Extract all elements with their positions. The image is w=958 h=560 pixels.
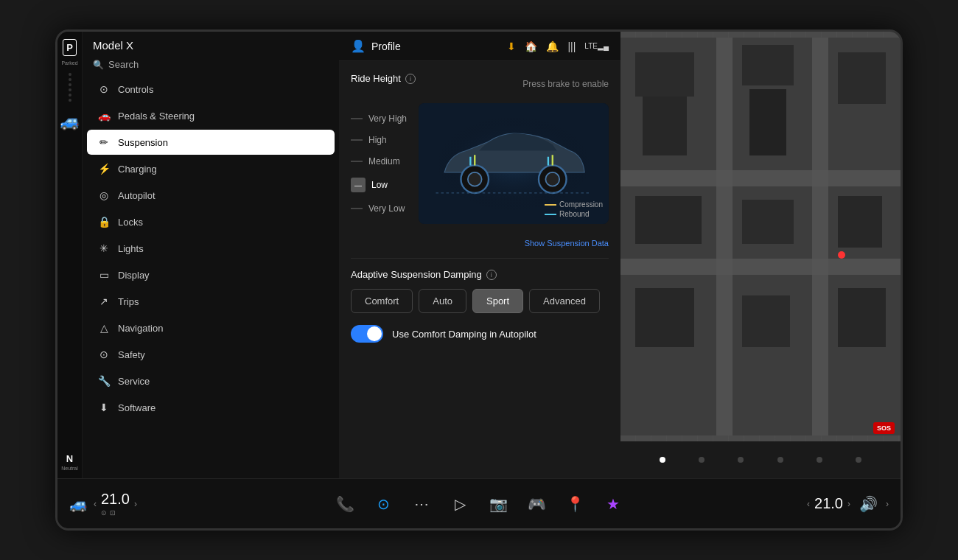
temp-right-decrease[interactable]: ‹ [807, 499, 810, 509]
comfort-btn[interactable]: Comfort [351, 289, 413, 313]
controls-label: Controls [118, 84, 153, 95]
sidebar-item-lights[interactable]: ✳ Lights [87, 236, 335, 261]
locks-icon: 🔒 [97, 216, 111, 228]
suspension-icon: ✏ [97, 136, 111, 148]
volume-icon[interactable]: 🔊 [856, 492, 880, 516]
maps-icon[interactable]: 📍 [563, 492, 587, 516]
bottom-right-controls: ‹ 21.0 › 🔊 › [800, 492, 889, 516]
trips-label: Trips [118, 296, 139, 307]
map-dot-3[interactable] [738, 457, 744, 463]
autopilot-comfort-label: Use Comfort Damping in Autopilot [392, 329, 536, 340]
main-screen: P Parked 🚙 N Neutral [55, 29, 903, 531]
temp-left-increase[interactable]: › [134, 499, 137, 509]
search-row[interactable]: 🔍 Search [83, 56, 339, 76]
settings-content: Ride Height i Press brake to enable Very… [339, 61, 620, 478]
phone-icon[interactable]: 📞 [333, 492, 357, 516]
autopilot-icon: ◎ [97, 189, 111, 201]
settings-header: 👤 Profile ⬇ 🏠 🔔 ||| LTE▂▄ [339, 32, 620, 61]
sidebar-item-safety[interactable]: ⊙ Safety [87, 342, 335, 367]
advanced-btn[interactable]: Advanced [529, 289, 600, 313]
right-temp-control: ‹ 21.0 › [807, 495, 850, 512]
suspension-label: Suspension [118, 137, 168, 148]
sidebar-item-service[interactable]: 🔧 Service [87, 368, 335, 393]
ride-height-section: Ride Height i Press brake to enable Very… [351, 73, 609, 248]
sos-badge[interactable]: SOS [873, 422, 895, 434]
home-icon[interactable]: 🏠 [525, 41, 537, 52]
map-dot-2[interactable] [699, 457, 704, 463]
lte-icon: LTE▂▄ [584, 42, 609, 50]
autopilot-label: Autopilot [118, 190, 155, 201]
map-dot-6[interactable] [856, 457, 861, 463]
ride-height-very-low[interactable]: Very Low [351, 199, 410, 218]
navigation-icon: △ [97, 322, 111, 334]
signal-icon: ||| [567, 41, 576, 52]
svg-rect-25 [742, 295, 790, 347]
ride-height-info-icon[interactable]: i [405, 74, 416, 84]
svg-rect-12 [620, 170, 901, 186]
bell-icon[interactable]: 🔔 [546, 41, 559, 52]
software-icon: ⬇ [97, 402, 111, 413]
ride-height-container: Very High High Medium — [351, 103, 609, 224]
neutral-label: Neutral [61, 466, 78, 471]
very-low-line [351, 208, 363, 209]
medium-line [351, 161, 363, 162]
auto-btn[interactable]: Auto [419, 289, 466, 313]
sidebar-item-software[interactable]: ⬇ Software [87, 395, 335, 420]
temp-right-increase[interactable]: › [847, 499, 850, 509]
map-tile[interactable] [620, 32, 901, 441]
map-dot-1[interactable] [660, 457, 665, 463]
ride-height-high[interactable]: High [351, 130, 410, 150]
ride-height-medium[interactable]: Medium [351, 152, 410, 171]
sidebar-item-charging[interactable]: ⚡ Charging [87, 156, 335, 181]
temp-left-decrease[interactable]: ‹ [94, 499, 97, 509]
service-label: Service [118, 376, 150, 387]
photos-icon[interactable]: 📷 [486, 492, 510, 516]
download-icon[interactable]: ⬇ [507, 41, 516, 52]
profile-icon: 👤 [351, 39, 366, 53]
rebound-line [545, 214, 556, 215]
damping-info-icon[interactable]: i [486, 270, 497, 280]
map-background: SOS [620, 32, 901, 478]
ride-height-very-high[interactable]: Very High [351, 109, 410, 128]
map-dot-4[interactable] [777, 457, 783, 463]
gear-p-indicator: P [63, 39, 77, 56]
svg-rect-22 [742, 200, 794, 244]
svg-point-5 [545, 172, 559, 186]
navigation-label: Navigation [118, 323, 163, 334]
sidebar-item-navigation[interactable]: △ Navigation [87, 315, 335, 340]
autopilot-comfort-toggle[interactable] [351, 325, 383, 343]
map-dot-5[interactable] [817, 457, 822, 463]
svg-rect-19 [749, 89, 786, 155]
svg-rect-16 [635, 52, 694, 97]
low-marker: — [351, 178, 366, 192]
svg-point-3 [468, 172, 482, 186]
map-bottom-bar [620, 441, 901, 478]
locks-label: Locks [118, 217, 143, 228]
model-title: Model X [93, 39, 133, 52]
volume-increase[interactable]: › [886, 499, 889, 509]
games-icon[interactable]: 🎮 [525, 492, 548, 516]
media-icon[interactable]: ▷ [448, 492, 472, 516]
show-suspension-data-link[interactable]: Show Suspension Data [351, 239, 609, 248]
ride-height-low[interactable]: — Low [351, 173, 410, 197]
apps-icon[interactable]: ★ [601, 492, 625, 516]
sport-btn[interactable]: Sport [472, 289, 523, 313]
svg-rect-23 [838, 196, 882, 248]
sidebar-item-locks[interactable]: 🔒 Locks [87, 209, 335, 234]
sidebar-item-trips[interactable]: ↗ Trips [87, 289, 335, 314]
sidebar-item-suspension[interactable]: ✏ Suspension [87, 130, 335, 155]
settings-panel: 👤 Profile ⬇ 🏠 🔔 ||| LTE▂▄ Ride [339, 32, 620, 478]
sidebar-item-display[interactable]: ▭ Display [87, 262, 335, 287]
svg-rect-13 [620, 259, 901, 275]
brake-notice: Press brake to enable [522, 79, 609, 89]
camera-icon[interactable]: ⊙ [371, 492, 395, 516]
left-temp-sub: ⊙⊡ [101, 509, 130, 517]
sidebar-item-pedals[interactable]: 🚗 Pedals & Steering [87, 103, 335, 128]
profile-section[interactable]: 👤 Profile [351, 39, 401, 53]
service-icon: 🔧 [97, 375, 111, 387]
more-icon[interactable]: ⋯ [410, 492, 433, 516]
lights-icon: ✳ [97, 242, 111, 254]
sidebar-item-autopilot[interactable]: ◎ Autopilot [87, 183, 335, 208]
display-icon: ▭ [97, 269, 111, 281]
sidebar-item-controls[interactable]: ⊙ Controls [87, 77, 335, 102]
